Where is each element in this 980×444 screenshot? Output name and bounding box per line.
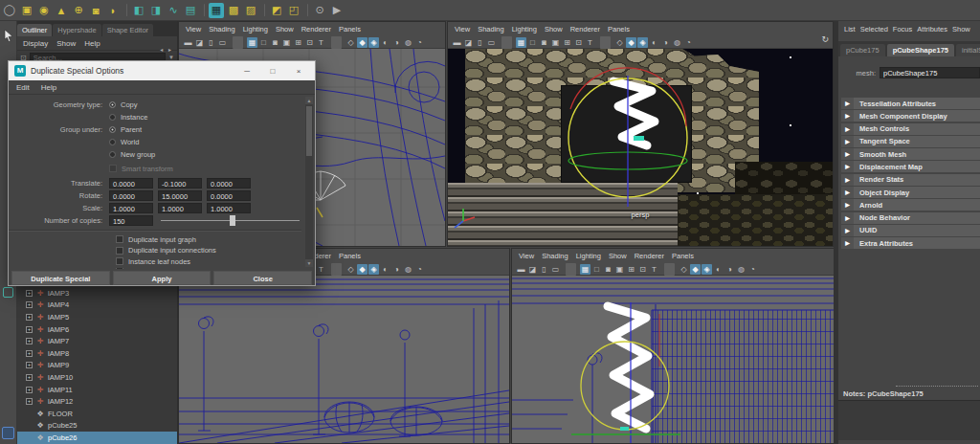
- attr-menu-item[interactable]: Focus: [893, 25, 912, 33]
- gate-mask-icon[interactable]: ▣: [614, 264, 625, 275]
- radio-new-group[interactable]: New group: [109, 150, 155, 159]
- checker-map-icon[interactable]: ▦: [209, 3, 224, 18]
- outliner-menu-item[interactable]: Help: [84, 39, 100, 48]
- attribute-section-header[interactable]: ▶ Smooth Mesh: [841, 148, 980, 160]
- scale-field[interactable]: 1.0000: [109, 203, 153, 213]
- notes-resize-handle[interactable]: [896, 386, 978, 387]
- image-plane-icon[interactable]: ▭: [217, 37, 228, 48]
- attribute-section-header[interactable]: ▶ Extra Attributes: [841, 237, 980, 249]
- light-linking-icon[interactable]: ◩: [269, 3, 284, 18]
- panel-tab[interactable]: Outliner: [17, 24, 52, 36]
- dialog-checkbox[interactable]: Instance leaf nodes: [116, 256, 301, 267]
- checkbox-smart-transform[interactable]: Smart transform: [109, 165, 173, 173]
- viewport-menu-item[interactable]: Shading: [542, 252, 568, 260]
- film-gate-icon[interactable]: □: [591, 264, 602, 275]
- expand-icon[interactable]: +: [26, 398, 33, 405]
- directional-light-icon[interactable]: ⊕: [71, 3, 86, 18]
- tab-scroll-arrows-icon[interactable]: ◂ ▸: [158, 46, 175, 53]
- outliner-item[interactable]: + ✛ ❖ lAMP3: [17, 287, 177, 300]
- apply-button[interactable]: Apply: [113, 271, 212, 285]
- viewport-menu-item[interactable]: Panels: [339, 252, 361, 260]
- attribute-section-header[interactable]: ▶ Arnold: [841, 199, 980, 211]
- radio-instance[interactable]: Instance: [109, 113, 147, 122]
- viewport-menu-item[interactable]: Panels: [672, 252, 694, 260]
- dialog-checkbox[interactable]: Duplicate input graph: [116, 234, 301, 245]
- expand-icon[interactable]: +: [26, 374, 33, 381]
- outliner-item[interactable]: + ✛ ❖ lAMP4: [17, 300, 177, 312]
- node-tab[interactable]: pCubeShape175: [887, 44, 954, 56]
- spot-light-icon[interactable]: ▲: [54, 3, 69, 18]
- viewport-menu-item[interactable]: Renderer: [570, 25, 600, 33]
- safe-title-icon[interactable]: T: [316, 264, 326, 275]
- resolution-gate-icon[interactable]: ◙: [270, 37, 280, 48]
- viewport-menu-item[interactable]: View: [186, 25, 201, 33]
- mesh-name-field[interactable]: [880, 67, 980, 78]
- ssao-icon[interactable]: ◍: [736, 264, 746, 275]
- wireframe-icon[interactable]: ◇: [614, 37, 625, 48]
- divider[interactable]: [307, 4, 308, 16]
- radio-parent[interactable]: Parent: [109, 125, 142, 134]
- scroll-down-icon[interactable]: ▼: [305, 259, 313, 267]
- outliner-menu-item[interactable]: Display: [23, 39, 48, 48]
- rotate-field[interactable]: 0.0000: [109, 190, 153, 201]
- shaded-icon[interactable]: ◆: [626, 37, 636, 48]
- dialog-menu-item[interactable]: Help: [41, 83, 56, 92]
- attribute-section-header[interactable]: ▶ Displacement Map: [841, 161, 980, 172]
- safe-action-icon[interactable]: ⊡: [573, 37, 584, 48]
- point-light-icon[interactable]: ◉: [36, 3, 52, 18]
- divider[interactable]: [566, 263, 576, 276]
- ssao-icon[interactable]: ◍: [672, 37, 682, 48]
- shadows-icon[interactable]: ◑: [660, 37, 671, 48]
- dialog-menu-item[interactable]: Edit: [16, 83, 30, 92]
- scale-field[interactable]: 1.0000: [158, 203, 202, 213]
- close-button[interactable]: ×: [288, 67, 309, 76]
- use-lights-icon[interactable]: ◐: [713, 264, 724, 275]
- divider[interactable]: [233, 36, 243, 49]
- wireframe-icon[interactable]: ◇: [345, 264, 356, 275]
- assign-material-icon[interactable]: ◨: [148, 3, 164, 18]
- node-tab[interactable]: pCube175: [840, 44, 885, 56]
- select-tool-icon[interactable]: [3, 29, 14, 42]
- viewport-menu-item[interactable]: Renderer: [301, 25, 331, 33]
- divider[interactable]: [664, 263, 675, 276]
- attribute-section-header[interactable]: ▶ Object Display: [841, 187, 980, 198]
- divider[interactable]: [331, 36, 342, 49]
- resolution-gate-icon[interactable]: ◙: [603, 264, 613, 275]
- radio-copy[interactable]: Copy: [109, 100, 138, 109]
- node-tab[interactable]: initialSh: [956, 44, 980, 56]
- translate-field[interactable]: 0.0000: [109, 178, 153, 189]
- scale-field[interactable]: 1.0000: [207, 203, 251, 213]
- layered-texture-icon[interactable]: ▤: [183, 3, 198, 18]
- rotate-field[interactable]: 15.0000: [158, 190, 202, 201]
- refresh-icon[interactable]: ↻: [821, 34, 829, 44]
- viewport-menu-item[interactable]: View: [519, 252, 534, 260]
- outliner-item[interactable]: + ✛ ❖ lAMP9: [17, 360, 177, 372]
- attribute-section-header[interactable]: ▶ Tangent Space: [841, 136, 980, 147]
- outliner-menu-item[interactable]: Show: [56, 39, 76, 48]
- gate-mask-icon[interactable]: ▣: [281, 37, 292, 48]
- panel-tab[interactable]: Shape Editor: [102, 24, 153, 36]
- viewport-menu-item[interactable]: Show: [276, 25, 294, 33]
- safe-action-icon[interactable]: ⊡: [304, 37, 315, 48]
- viewport-menu-item[interactable]: Shading: [209, 25, 235, 33]
- viewport-menu-item[interactable]: Renderer: [635, 252, 664, 260]
- outliner-item[interactable]: + ✛ ❖ lAMP5: [17, 311, 177, 323]
- ambient-light-icon[interactable]: ▣: [19, 3, 34, 18]
- viewport-persp[interactable]: ViewShadingLightingShowRendererPanels ▬◪…: [447, 21, 834, 247]
- expand-icon[interactable]: +: [26, 326, 33, 333]
- rotate-field[interactable]: 0.0000: [207, 190, 251, 201]
- dialog-scrollbar[interactable]: ▲ ▼: [305, 97, 313, 267]
- bookmark-icon[interactable]: ▯: [206, 37, 216, 48]
- bookmark-icon[interactable]: ▯: [475, 37, 485, 48]
- close-dialog-button[interactable]: Close: [213, 271, 312, 285]
- film-gate-icon[interactable]: □: [258, 37, 269, 48]
- outliner-item[interactable]: + ✛ ❖ lAMP6: [17, 323, 177, 336]
- viewport-menu-item[interactable]: Panels: [339, 25, 361, 33]
- expand-icon[interactable]: +: [26, 290, 33, 297]
- xray-icon[interactable]: ◔: [683, 37, 694, 48]
- ramp-texture-icon[interactable]: ∿: [166, 3, 181, 18]
- shading-group-icon[interactable]: ◧: [131, 3, 146, 18]
- expand-icon[interactable]: +: [26, 338, 33, 344]
- film-gate-icon[interactable]: □: [527, 37, 538, 48]
- field-chart-icon[interactable]: ⊞: [562, 37, 572, 48]
